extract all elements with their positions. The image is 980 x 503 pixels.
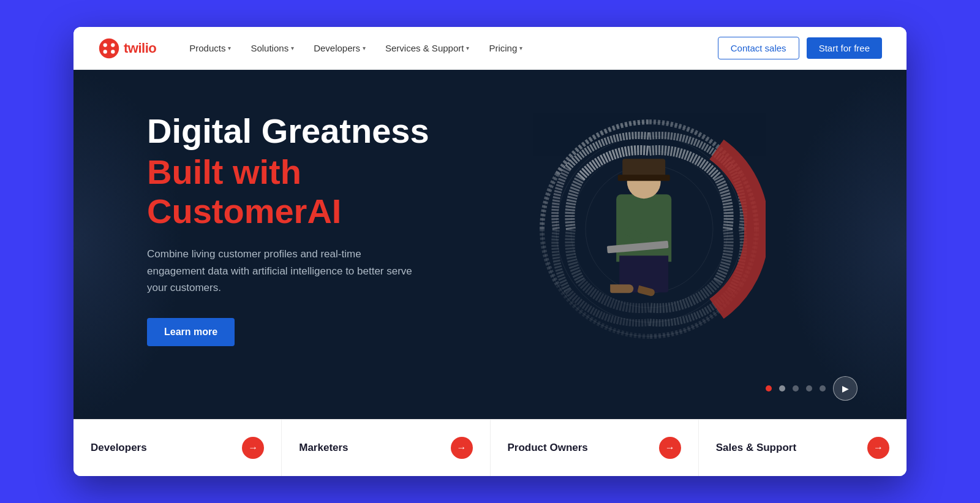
bottom-cards: Developers → Marketers → Product Owners … [74,419,907,476]
carousel-dot-1[interactable] [766,385,772,391]
hero-text: Digital Greatness Built with CustomerAI … [147,112,466,346]
chevron-down-icon: ▾ [519,45,522,51]
svg-point-3 [104,50,107,53]
card-arrow-product-owners: → [659,437,681,459]
logo-text: twilio [124,40,156,56]
carousel-play-button[interactable]: ▶ [833,376,858,401]
hero-content: Digital Greatness Built with CustomerAI … [74,70,907,376]
card-label-product-owners: Product Owners [508,442,588,454]
hero-title-line1: Digital Greatness [147,112,466,150]
card-label-marketers: Marketers [299,442,348,454]
hero-section: Digital Greatness Built with CustomerAI … [74,70,907,419]
learn-more-button[interactable]: Learn more [147,318,235,346]
carousel-dot-3[interactable] [793,385,799,391]
chevron-down-icon: ▾ [291,45,294,51]
browser-window: twilio Products ▾ Solutions ▾ Developers… [74,27,907,476]
carousel-controls: ▶ [74,376,907,419]
person-shoe-left [610,284,633,293]
card-developers[interactable]: Developers → [74,420,282,476]
person-hat [622,159,665,176]
twilio-logo-icon [98,37,120,59]
card-arrow-developers: → [242,437,264,459]
start-free-button[interactable]: Start for free [807,37,882,59]
hero-visual [466,107,833,352]
person-hat-brim [618,175,670,181]
carousel-dot-4[interactable] [806,385,812,391]
chevron-down-icon: ▾ [228,45,231,51]
ring-graphic [533,113,766,346]
nav-item-developers[interactable]: Developers ▾ [305,38,374,58]
nav-item-pricing[interactable]: Pricing ▾ [480,38,531,58]
contact-sales-button[interactable]: Contact sales [718,37,799,59]
svg-point-4 [111,50,115,53]
nav-item-services-support[interactable]: Services & Support ▾ [377,38,478,58]
card-label-developers: Developers [91,442,147,454]
card-product-owners[interactable]: Product Owners → [491,420,699,476]
svg-point-1 [104,43,107,47]
nav-actions: Contact sales Start for free [718,37,882,59]
chevron-down-icon: ▾ [363,45,366,51]
card-arrow-sales-support: → [867,437,889,459]
person-illustration [576,153,711,300]
carousel-dot-2[interactable] [779,385,785,391]
nav-item-products[interactable]: Products ▾ [181,38,239,58]
nav-links: Products ▾ Solutions ▾ Developers ▾ Serv… [181,38,718,58]
card-label-sales-support: Sales & Support [716,442,796,454]
logo[interactable]: twilio [98,37,156,59]
svg-point-2 [111,43,115,47]
card-arrow-marketers: → [451,437,473,459]
hero-title-line2: Built with CustomerAI [147,153,466,232]
navbar: twilio Products ▾ Solutions ▾ Developers… [74,27,907,70]
svg-point-0 [99,38,119,58]
hero-subtitle: Combine living customer profiles and rea… [147,246,417,296]
nav-item-solutions[interactable]: Solutions ▾ [242,38,303,58]
card-marketers[interactable]: Marketers → [282,420,490,476]
chevron-down-icon: ▾ [466,45,469,51]
card-sales-support[interactable]: Sales & Support → [699,420,907,476]
carousel-dot-5[interactable] [820,385,826,391]
